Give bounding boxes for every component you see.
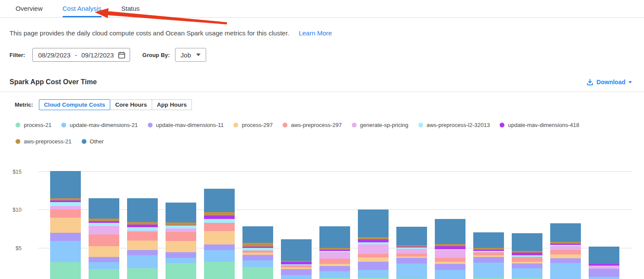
bar-segment-update-mav-dimensions-11[interactable] [473, 257, 504, 263]
bar-segment-process-297[interactable] [204, 231, 235, 244]
bar-segment-update-mav-dimensions-21[interactable] [242, 260, 273, 267]
bar-segment-aws-preprocess-297[interactable] [396, 254, 427, 257]
bar-segment-aws-preprocess-l2-32013[interactable] [89, 223, 119, 226]
bar-segment-aws-preprocess-21[interactable] [281, 261, 312, 262]
bar-segment-aws-preprocess-21[interactable] [89, 219, 119, 221]
bar-segment-process-297[interactable] [242, 253, 273, 255]
bar-segment-update-mav-dimensions-11[interactable] [242, 255, 273, 260]
bar-segment-aws-preprocess-297[interactable] [319, 259, 350, 264]
date-range-picker[interactable]: 08/29/2023 - 09/12/2023 [32, 48, 130, 62]
bar-segment-generate-sp-pricing[interactable] [89, 226, 119, 235]
bar-segment-aws-preprocess-297[interactable] [127, 232, 158, 241]
bar-segment-process-21[interactable] [89, 269, 119, 279]
bar-segment-update-mav-dimensions-418[interactable] [204, 216, 235, 219]
bar-segment-update-mav-dimensions-21[interactable] [550, 263, 581, 279]
bar-segment-update-mav-dimensions-11[interactable] [512, 263, 542, 268]
tab-cost-analysis[interactable]: Cost Analysis [63, 0, 102, 17]
bar-segment-update-mav-dimensions-21[interactable] [512, 268, 542, 278]
bar-segment-update-mav-dimensions-21[interactable] [89, 262, 119, 269]
metric-button-app-hours[interactable]: App Hours [152, 99, 192, 110]
bar-segment-update-mav-dimensions-11[interactable] [50, 233, 81, 241]
bar-segment-update-mav-dimensions-11[interactable] [127, 250, 158, 255]
bar-segment-process-297[interactable] [550, 254, 581, 258]
bar-segment-update-mav-dimensions-21[interactable] [50, 241, 81, 262]
bar-segment-aws-preprocess-21[interactable] [550, 242, 581, 244]
bar-segment-aws-preprocess-l2-32013[interactable] [473, 251, 504, 252]
bar-segment-aws-preprocess-297[interactable] [550, 250, 581, 254]
tab-status[interactable]: Status [121, 0, 140, 17]
bar-segment-update-mav-dimensions-418[interactable] [89, 221, 119, 223]
bar-segment-Other[interactable] [358, 209, 389, 237]
bar-segment-update-mav-dimensions-418[interactable] [512, 253, 542, 255]
bar-segment-Other[interactable] [435, 219, 465, 244]
bar-segment-update-mav-dimensions-21[interactable] [473, 263, 504, 278]
bar-segment-aws-preprocess-21[interactable] [204, 212, 235, 216]
bar-segment-generate-sp-pricing[interactable] [319, 252, 350, 259]
bar-segment-aws-preprocess-l2-32013[interactable] [319, 251, 350, 252]
legend-item-process-21[interactable]: process-21 [16, 122, 51, 128]
bar-segment-update-mav-dimensions-21[interactable] [204, 250, 235, 262]
bar-segment-aws-preprocess-l2-32013[interactable] [166, 225, 196, 228]
bar-segment-aws-preprocess-21[interactable] [473, 248, 504, 250]
bar-segment-update-mav-dimensions-21[interactable] [358, 270, 389, 278]
bar-segment-aws-preprocess-297[interactable] [512, 257, 542, 262]
bar-segment-process-297[interactable] [281, 267, 312, 269]
bar-segment-aws-preprocess-l2-32013[interactable] [50, 202, 81, 206]
bar-segment-aws-preprocess-l2-32013[interactable] [550, 245, 581, 246]
bar-segment-aws-preprocess-297[interactable] [435, 258, 465, 262]
bar-segment-update-mav-dimensions-21[interactable] [589, 277, 619, 279]
bar-segment-process-21[interactable] [127, 268, 158, 279]
bar-segment-generate-sp-pricing[interactable] [127, 231, 158, 232]
bar-segment-process-297[interactable] [166, 241, 196, 252]
bar-segment-aws-preprocess-21[interactable] [512, 251, 542, 253]
legend-item-aws-preprocess-l2-32013[interactable]: aws-preprocess-l2-32013 [418, 122, 490, 128]
legend-item-Other[interactable]: Other [82, 138, 104, 145]
bar-segment-aws-preprocess-l2-32013[interactable] [435, 249, 465, 250]
bar-segment-generate-sp-pricing[interactable] [50, 206, 81, 209]
bar-segment-update-mav-dimensions-418[interactable] [166, 225, 196, 225]
bar-segment-aws-preprocess-l2-32013[interactable] [281, 264, 312, 265]
bar-segment-aws-preprocess-297[interactable] [358, 254, 389, 257]
metric-button-core-hours[interactable]: Core Hours [110, 99, 152, 110]
bar-segment-Other[interactable] [89, 198, 119, 219]
bar-segment-update-mav-dimensions-11[interactable] [319, 266, 350, 271]
bar-segment-update-mav-dimensions-21[interactable] [166, 258, 196, 263]
bar-segment-aws-preprocess-l2-32013[interactable] [127, 227, 158, 231]
bar-segment-process-297[interactable] [50, 218, 81, 233]
bar-segment-Other[interactable] [127, 198, 158, 222]
bar-segment-aws-preprocess-21[interactable] [435, 244, 465, 246]
bar-segment-update-mav-dimensions-11[interactable] [204, 244, 235, 250]
bar-segment-update-mav-dimensions-21[interactable] [281, 275, 312, 279]
bar-segment-Other[interactable] [50, 171, 81, 198]
legend-item-update-mav-dimensions-21[interactable]: update-mav-dimensions-21 [61, 122, 138, 128]
download-button[interactable]: Download [587, 79, 632, 86]
bar-segment-update-mav-dimensions-418[interactable] [319, 250, 350, 251]
bar-segment-generate-sp-pricing[interactable] [396, 249, 427, 254]
bar-segment-aws-preprocess-21[interactable] [319, 248, 350, 250]
bar-segment-update-mav-dimensions-11[interactable] [358, 262, 389, 270]
bar-segment-update-mav-dimensions-418[interactable] [550, 244, 581, 245]
bar-segment-generate-sp-pricing[interactable] [435, 250, 465, 258]
bar-segment-process-297[interactable] [358, 257, 389, 262]
bar-segment-process-297[interactable] [127, 241, 158, 250]
bar-segment-update-mav-dimensions-21[interactable] [319, 271, 350, 278]
bar-segment-update-mav-dimensions-418[interactable] [50, 200, 81, 202]
learn-more-link[interactable]: Learn More [299, 29, 332, 37]
bar-segment-Other[interactable] [281, 239, 312, 261]
bar-segment-Other[interactable] [396, 227, 427, 245]
bar-segment-process-297[interactable] [473, 255, 504, 257]
bar-segment-aws-preprocess-21[interactable] [50, 198, 81, 200]
bar-segment-aws-preprocess-297[interactable] [89, 235, 119, 246]
bar-segment-aws-preprocess-21[interactable] [127, 222, 158, 225]
bar-segment-update-mav-dimensions-418[interactable] [242, 247, 273, 248]
metric-button-cloud-compute-costs[interactable]: Cloud Compute Costs [39, 99, 111, 110]
bar-segment-update-mav-dimensions-418[interactable] [281, 262, 312, 264]
bar-segment-aws-preprocess-297[interactable] [50, 209, 81, 218]
bar-segment-aws-preprocess-297[interactable] [473, 252, 504, 255]
bar-segment-aws-preprocess-297[interactable] [204, 223, 235, 231]
bar-segment-process-21[interactable] [50, 262, 81, 279]
bar-segment-Other[interactable] [204, 189, 235, 212]
bar-segment-update-mav-dimensions-11[interactable] [166, 252, 196, 258]
bar-segment-Other[interactable] [512, 233, 542, 251]
bar-segment-Other[interactable] [166, 203, 196, 222]
